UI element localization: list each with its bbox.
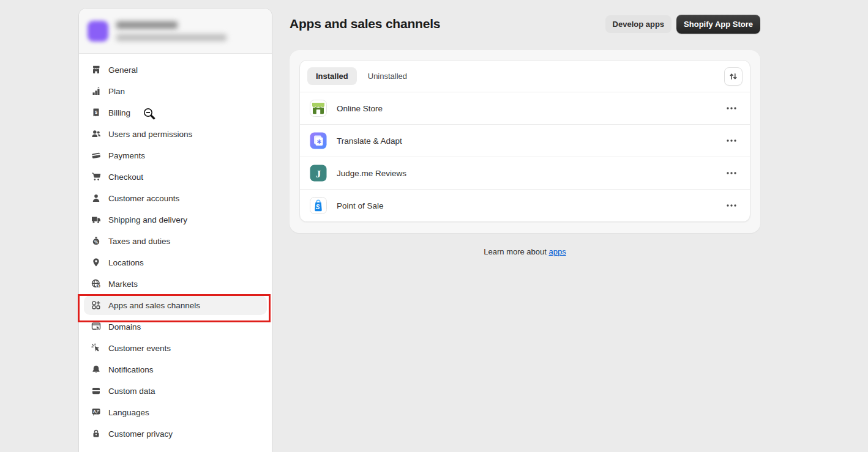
- sidebar-item-label: Taxes and duties: [108, 237, 170, 246]
- svg-text:J: J: [316, 168, 321, 180]
- sidebar-item-label: Customer events: [108, 344, 171, 353]
- sidebar-item-label: Markets: [108, 280, 138, 289]
- apps-card: Installed Uninstalled Onl: [299, 60, 750, 222]
- horizontal-dots-icon: [725, 167, 738, 179]
- learn-more-text: Learn more about: [484, 247, 548, 256]
- row-menu-button[interactable]: [723, 100, 740, 117]
- zoom-out-cursor-icon: [143, 107, 157, 122]
- sidebar-item-users-and-permissions[interactable]: Users and permissions: [84, 124, 267, 144]
- svg-text:$: $: [97, 284, 99, 288]
- app-row-online-store[interactable]: Online Store: [300, 92, 750, 124]
- apps-link[interactable]: apps: [549, 247, 566, 256]
- sidebar-item-billing[interactable]: $ Billing: [84, 103, 267, 122]
- payments-card-icon: [91, 150, 101, 160]
- settings-sidebar: General Plan $ Billing Users and permiss…: [79, 9, 272, 452]
- sidebar-item-plan[interactable]: Plan: [84, 81, 267, 101]
- app-name: Judge.me Reviews: [337, 169, 406, 178]
- sidebar-item-checkout[interactable]: Checkout: [84, 167, 267, 187]
- row-menu-button[interactable]: [723, 132, 740, 149]
- sidebar-item-general[interactable]: General: [84, 60, 267, 80]
- sidebar-item-locations[interactable]: Locations: [84, 253, 267, 272]
- app-name: Online Store: [337, 104, 383, 113]
- horizontal-dots-icon: [725, 102, 738, 114]
- domains-browser-icon: [91, 322, 101, 332]
- horizontal-dots-icon: [725, 199, 738, 212]
- lock-icon: [91, 429, 101, 439]
- online-store-app-icon: [310, 100, 327, 117]
- app-row-point-of-sale[interactable]: S Point of Sale: [300, 189, 750, 221]
- globe-dollar-icon: $: [91, 279, 101, 289]
- data-box-icon: [91, 386, 101, 396]
- tax-bag-icon: %: [91, 236, 101, 246]
- storefront-icon: [91, 65, 101, 75]
- sidebar-item-label: Languages: [108, 408, 149, 417]
- cursor-spark-icon: [91, 343, 101, 353]
- tab-installed[interactable]: Installed: [307, 67, 357, 85]
- store-header: [79, 9, 272, 54]
- sidebar-item-label: Users and permissions: [108, 130, 192, 139]
- develop-apps-button[interactable]: Develop apps: [605, 15, 672, 33]
- app-row-judgeme-reviews[interactable]: J Judge.me Reviews: [300, 157, 750, 189]
- shopify-app-store-button[interactable]: Shopify App Store: [676, 15, 760, 34]
- point-of-sale-app-icon: S: [310, 197, 327, 214]
- bell-icon: [91, 365, 101, 374]
- sidebar-item-domains[interactable]: Domains: [84, 317, 267, 336]
- sidebar-item-shipping-and-delivery[interactable]: Shipping and delivery: [84, 210, 267, 229]
- sidebar-item-label: Domains: [108, 322, 141, 332]
- svg-text:%: %: [94, 240, 98, 244]
- sidebar-item-customer-events[interactable]: Customer events: [84, 338, 267, 358]
- sidebar-item-custom-data[interactable]: Custom data: [84, 381, 267, 401]
- map-pin-icon: [91, 257, 101, 267]
- horizontal-dots-icon: [725, 135, 738, 147]
- sidebar-item-payments[interactable]: Payments: [84, 146, 267, 165]
- svg-text:S: S: [316, 204, 320, 210]
- checkout-cart-icon: [91, 172, 101, 182]
- users-icon: [91, 129, 101, 139]
- sidebar-item-label: Apps and sales channels: [108, 301, 200, 310]
- page-title: Apps and sales channels: [290, 17, 440, 31]
- sidebar-item-label: Custom data: [108, 387, 155, 396]
- svg-text:A: A: [93, 409, 96, 413]
- apps-grid-icon: [91, 300, 101, 310]
- sidebar-item-label: General: [108, 65, 138, 75]
- apps-list: Online Store Translate & Adapt: [300, 92, 750, 221]
- store-avatar: [87, 20, 109, 42]
- sort-arrows-icon: [728, 72, 738, 81]
- plan-chart-icon: [91, 86, 101, 96]
- learn-more-note: Learn more about apps: [290, 247, 760, 256]
- truck-icon: [91, 215, 101, 224]
- store-name-blurred: [116, 21, 178, 29]
- translate-icon: A: [91, 407, 101, 417]
- sidebar-item-label: Payments: [108, 151, 145, 160]
- apps-section: Installed Uninstalled Onl: [290, 50, 760, 233]
- sort-button[interactable]: [724, 67, 743, 86]
- app-name: Point of Sale: [337, 201, 384, 210]
- header-actions: Develop apps Shopify App Store: [551, 15, 760, 34]
- person-icon: [91, 193, 101, 203]
- sidebar-item-customer-accounts[interactable]: Customer accounts: [84, 188, 267, 208]
- sidebar-item-label: Customer privacy: [108, 429, 173, 439]
- judgeme-app-icon: J: [310, 165, 327, 182]
- row-menu-button[interactable]: [723, 197, 740, 214]
- sidebar-item-label: Customer accounts: [108, 194, 179, 203]
- sidebar-item-label: Checkout: [108, 172, 143, 182]
- sidebar-item-markets[interactable]: $ Markets: [84, 274, 267, 294]
- settings-nav: General Plan $ Billing Users and permiss…: [79, 54, 272, 443]
- app-row-translate-adapt[interactable]: Translate & Adapt: [300, 124, 750, 157]
- app-name: Translate & Adapt: [337, 136, 402, 146]
- store-email-blurred: [116, 34, 226, 41]
- sidebar-item-label: Notifications: [108, 365, 154, 374]
- sidebar-item-customer-privacy[interactable]: Customer privacy: [84, 424, 267, 443]
- sidebar-item-label: Plan: [108, 87, 125, 96]
- sidebar-item-label: Billing: [108, 108, 130, 117]
- sidebar-item-notifications[interactable]: Notifications: [84, 360, 267, 379]
- sidebar-item-label: Shipping and delivery: [108, 215, 187, 224]
- sidebar-item-apps-and-sales-channels[interactable]: Apps and sales channels: [84, 295, 267, 315]
- sidebar-item-label: Locations: [108, 258, 144, 267]
- row-menu-button[interactable]: [723, 165, 740, 182]
- tab-uninstalled[interactable]: Uninstalled: [359, 67, 416, 85]
- sidebar-item-taxes-and-duties[interactable]: % Taxes and duties: [84, 231, 267, 251]
- translate-adapt-app-icon: [310, 132, 327, 149]
- sidebar-item-languages[interactable]: A Languages: [84, 402, 267, 422]
- apps-card-header: Installed Uninstalled: [300, 61, 750, 92]
